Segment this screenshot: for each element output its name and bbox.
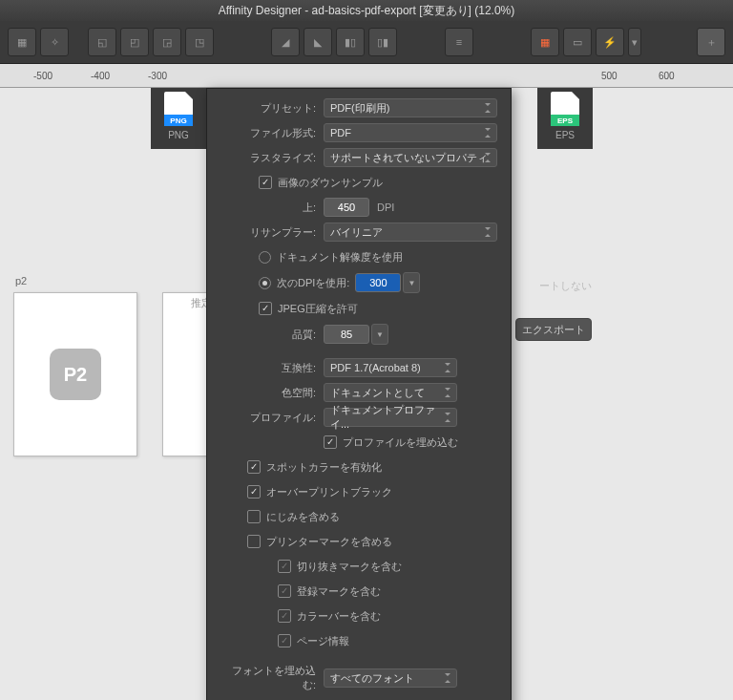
crop-label: 切り抜きマークを含む xyxy=(297,560,402,574)
bleed-label: にじみを含める xyxy=(266,510,340,524)
eps-label: EPS xyxy=(555,130,575,140)
spot-check[interactable] xyxy=(247,460,261,474)
quality-input[interactable]: 85 xyxy=(324,325,369,344)
format-eps[interactable]: EPS EPS xyxy=(537,88,593,149)
format-label: ファイル形式: xyxy=(220,126,324,140)
resampler-select[interactable]: バイリニア xyxy=(324,223,497,242)
tool-arrange-2-icon[interactable]: ◰ xyxy=(120,28,149,56)
overprint-label: オーバープリントブラック xyxy=(266,485,392,499)
dpi-input[interactable]: 300 xyxy=(355,273,401,292)
preset-select[interactable]: PDF(印刷用) xyxy=(324,98,497,117)
use-dpi-radio[interactable] xyxy=(259,277,271,289)
dpi-dropdown-icon[interactable]: ▼ xyxy=(403,272,420,293)
tool-grid-icon[interactable]: ▦ xyxy=(531,28,559,56)
use-doc-res-label: ドキュメント解像度を使用 xyxy=(277,250,403,265)
reg-label: 登録マークを含む xyxy=(297,584,381,599)
preset-label: プリセット: xyxy=(220,101,324,116)
noexport-text: ートしない xyxy=(515,279,592,293)
resampler-label: リサンプラー: xyxy=(220,225,324,240)
png-file-icon: PNG xyxy=(164,92,193,126)
tool-arrange-1-icon[interactable]: ◱ xyxy=(88,28,116,56)
tool-arrange-3-icon[interactable]: ◲ xyxy=(153,28,181,56)
quality-label: 品質: xyxy=(220,328,324,342)
jpeg-label: JPEG圧縮を許可 xyxy=(278,302,358,316)
tool-guides-icon[interactable]: ▦ xyxy=(8,28,36,56)
use-dpi-label: 次のDPIを使用: xyxy=(277,276,349,290)
dpi-above-input[interactable]: 450 xyxy=(324,198,369,217)
embed-profile-check[interactable] xyxy=(324,435,337,449)
compat-select[interactable]: PDF 1.7(Acrobat 8) xyxy=(324,358,457,377)
jpeg-check[interactable] xyxy=(259,302,272,315)
export-button[interactable]: エクスポート xyxy=(515,318,592,341)
printer-label: プリンターマークを含める xyxy=(266,535,392,549)
downsample-label: 画像のダウンサンプル xyxy=(278,176,383,190)
toolbar: ▦ ✧ ◱ ◰ ◲ ◳ ◢ ◣ ▮▯ ▯▮ ≡ ▦ ▭ ⚡ ▾ ＋ xyxy=(0,21,733,64)
profile-select[interactable]: ドキュメントプロファイ... xyxy=(324,408,457,427)
compat-label: 互換性: xyxy=(220,361,324,375)
page-thumb: P2 xyxy=(50,349,101,400)
colorbar-label: カラーバーを含む xyxy=(297,609,381,624)
pageinfo-label: ページ情報 xyxy=(297,634,349,648)
right-panel: ートしない エクスポート xyxy=(515,279,592,349)
use-doc-res-radio[interactable] xyxy=(259,251,271,264)
colorspace-label: 色空間: xyxy=(220,386,324,400)
tool-node-icon[interactable]: ✧ xyxy=(40,28,69,56)
tool-rotate-r-icon[interactable]: ▯▮ xyxy=(368,28,397,56)
png-label: PNG xyxy=(168,130,189,140)
ruler: -500 -400 -300 500 600 xyxy=(0,64,733,88)
format-select[interactable]: PDF xyxy=(324,123,497,142)
reg-check xyxy=(278,584,291,598)
overprint-check[interactable] xyxy=(247,485,261,498)
tool-magnet-icon[interactable]: ⚡ xyxy=(596,28,624,56)
tool-flip-h-icon[interactable]: ◢ xyxy=(271,28,300,56)
tool-add-icon[interactable]: ＋ xyxy=(697,28,725,56)
format-png[interactable]: PNG PNG xyxy=(151,88,206,149)
dpi-above-label: 上: xyxy=(220,201,324,215)
titlebar: Affinity Designer - ad-basics-pdf-export… xyxy=(0,0,733,21)
tool-snap-icon[interactable]: ▭ xyxy=(563,28,592,56)
tool-flip-v-icon[interactable]: ◣ xyxy=(304,28,332,56)
printer-check[interactable] xyxy=(247,535,261,548)
spot-label: スポットカラーを有効化 xyxy=(266,460,382,475)
export-dialog: プリセット:PDF(印刷用) ファイル形式:PDF ラスタライズ:サポートされて… xyxy=(206,88,512,700)
embed-fonts-select[interactable]: すべてのフォント xyxy=(324,668,457,688)
tool-dropdown-icon[interactable]: ▾ xyxy=(628,28,641,56)
tool-arrange-4-icon[interactable]: ◳ xyxy=(185,28,214,56)
quality-dropdown-icon[interactable]: ▼ xyxy=(371,324,388,345)
tool-rotate-l-icon[interactable]: ▮▯ xyxy=(336,28,365,56)
embed-fonts-label: フォントを埋め込む: xyxy=(220,664,324,692)
window-title: Affinity Designer - ad-basics-pdf-export… xyxy=(219,3,515,19)
downsample-check[interactable] xyxy=(259,176,272,189)
page-label: p2 xyxy=(15,275,27,286)
tool-align-icon[interactable]: ≡ xyxy=(445,28,473,56)
raster-select[interactable]: サポートされていないプロパティ xyxy=(324,148,497,167)
canvas: p2 P2 PNG PNG EPS EPS 推定 ートしない エクスポート プリ… xyxy=(0,88,733,700)
raster-label: ラスタライズ: xyxy=(220,151,324,165)
embed-profile-label: プロファイルを埋め込む xyxy=(343,435,458,450)
page-1[interactable]: P2 xyxy=(13,292,137,456)
eps-file-icon: EPS xyxy=(551,92,579,126)
bleed-check[interactable] xyxy=(247,510,261,523)
pageinfo-check xyxy=(278,634,291,647)
colorbar-check xyxy=(278,609,291,623)
profile-label: プロファイル: xyxy=(220,411,324,425)
colorspace-select[interactable]: ドキュメントとして xyxy=(324,383,457,402)
dpi-unit: DPI xyxy=(377,202,394,213)
crop-check xyxy=(278,560,291,573)
